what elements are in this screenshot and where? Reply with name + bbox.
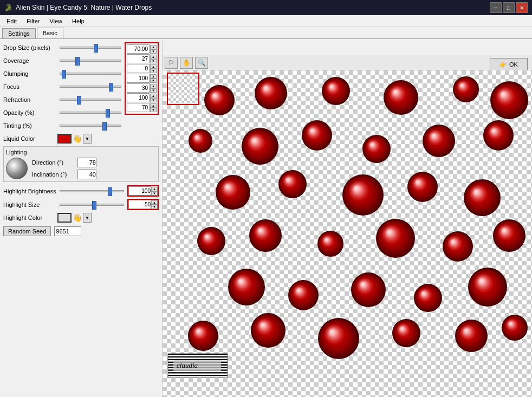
close-button[interactable]: ✕ bbox=[516, 2, 528, 13]
highlight-size-label: Highlight Size bbox=[3, 201, 57, 208]
refraction-row: Refraction bbox=[3, 94, 124, 105]
menu-edit[interactable]: Edit bbox=[2, 17, 21, 25]
tab-bar: Settings Basic bbox=[0, 27, 532, 39]
menu-bar: Edit Filter View Help bbox=[0, 15, 532, 27]
inclination-row: Inclination (°) 40 bbox=[32, 170, 96, 179]
opacity-slider-thumb[interactable] bbox=[106, 109, 110, 118]
opacity-input[interactable]: 100 bbox=[127, 93, 150, 102]
highlight-size-slider-track[interactable] bbox=[60, 204, 124, 206]
ok-hand-icon: 👉 bbox=[499, 61, 507, 68]
highlight-color-dropdown[interactable]: ▼ bbox=[83, 213, 92, 223]
preview-reset-tool[interactable]: ⚐ bbox=[165, 57, 178, 69]
focus-slider-track[interactable] bbox=[60, 86, 121, 88]
highlight-color-row: Highlight Color 👋 ▼ bbox=[3, 212, 159, 223]
drop-size-input[interactable]: 70.00 bbox=[127, 44, 150, 54]
clumping-label: Clumping bbox=[3, 70, 57, 77]
direction-input[interactable]: 78 bbox=[77, 158, 96, 167]
highlight-size-up[interactable]: ▲ bbox=[151, 200, 158, 205]
liquid-color-hand-icon[interactable]: 👋 bbox=[73, 134, 82, 143]
highlight-brightness-row: Highlight Brightness 100 ▲ ▼ bbox=[3, 185, 159, 197]
refraction-label: Refraction bbox=[3, 96, 57, 103]
menu-help[interactable]: Help bbox=[68, 17, 89, 25]
tinting-input[interactable]: 70 bbox=[127, 103, 150, 112]
coverage-input[interactable]: 27 bbox=[127, 54, 150, 63]
clumping-up[interactable]: ▲ bbox=[150, 64, 157, 69]
highlight-brightness-thumb[interactable] bbox=[108, 187, 112, 196]
coverage-down[interactable]: ▼ bbox=[150, 59, 157, 63]
lighting-fields: Direction (°) 78 Inclination (°) 40 bbox=[32, 158, 96, 179]
drop-size-down[interactable]: ▼ bbox=[150, 49, 157, 54]
liquid-color-dropdown[interactable]: ▼ bbox=[83, 134, 92, 144]
focus-up[interactable]: ▲ bbox=[150, 74, 157, 79]
direction-label: Direction (°) bbox=[32, 159, 75, 166]
tab-basic[interactable]: Basic bbox=[37, 28, 63, 38]
opacity-row: Opacity (%) bbox=[3, 107, 124, 118]
highlight-brightness-input[interactable]: 100 bbox=[128, 186, 151, 196]
clumping-slider-thumb[interactable] bbox=[62, 70, 66, 79]
minimize-button[interactable]: ─ bbox=[490, 2, 502, 13]
clumping-row: Clumping bbox=[3, 68, 124, 79]
highlight-brightness-label: Highlight Brightness bbox=[3, 188, 57, 194]
opacity-label: Opacity (%) bbox=[3, 109, 57, 116]
tinting-slider-track[interactable] bbox=[60, 125, 121, 127]
refraction-slider-track[interactable] bbox=[60, 99, 121, 101]
random-seed-button[interactable]: Random Seed bbox=[3, 226, 51, 236]
refraction-input[interactable]: 30 bbox=[127, 83, 150, 93]
focus-input[interactable]: 100 bbox=[127, 74, 150, 83]
clumping-slider-track[interactable] bbox=[60, 73, 121, 75]
app-icon: 🐊 bbox=[4, 4, 12, 11]
refraction-slider-thumb[interactable] bbox=[77, 96, 81, 105]
random-seed-input[interactable]: 9651 bbox=[54, 226, 81, 236]
opacity-slider-track[interactable] bbox=[60, 112, 121, 114]
highlight-size-input[interactable]: 50 bbox=[128, 200, 151, 209]
opacity-spinbox: 100 ▲ ▼ bbox=[127, 93, 157, 102]
highlight-size-down[interactable]: ▼ bbox=[151, 205, 158, 209]
refraction-up[interactable]: ▲ bbox=[150, 84, 157, 88]
focus-down[interactable]: ▼ bbox=[150, 79, 157, 83]
clumping-input[interactable]: 0 bbox=[127, 64, 150, 73]
preview-zoom-tool[interactable]: 🔍 bbox=[195, 57, 208, 69]
preview-area bbox=[163, 70, 532, 397]
random-seed-row: Random Seed 9651 bbox=[3, 226, 159, 236]
liquid-color-swatch[interactable] bbox=[57, 134, 72, 144]
menu-view[interactable]: View bbox=[45, 17, 67, 25]
coverage-slider-track[interactable] bbox=[60, 60, 121, 62]
lighting-label: Lighting bbox=[6, 149, 156, 155]
liquid-color-label: Liquid Color bbox=[3, 135, 57, 142]
maximize-button[interactable]: □ bbox=[503, 2, 515, 13]
drop-size-up[interactable]: ▲ bbox=[150, 45, 157, 49]
highlight-brightness-up[interactable]: ▲ bbox=[151, 187, 158, 191]
controls-container: Drop Size (pixels) Coverage Clumping bbox=[3, 42, 159, 131]
inclination-label: Inclination (°) bbox=[32, 171, 75, 178]
coverage-up[interactable]: ▲ bbox=[150, 55, 157, 59]
title-bar: 🐊 Alien Skin | Eye Candy 5: Nature | Wat… bbox=[0, 0, 532, 15]
highlight-brightness-slider-track[interactable] bbox=[60, 190, 124, 192]
clumping-down[interactable]: ▼ bbox=[150, 69, 157, 73]
highlight-color-swatch[interactable] bbox=[57, 213, 72, 223]
preview-hand-tool[interactable]: ✋ bbox=[180, 57, 193, 69]
highlight-color-hand-icon[interactable]: 👋 bbox=[73, 213, 82, 222]
focus-slider-thumb[interactable] bbox=[109, 83, 113, 92]
coverage-spinbox: 27 ▲ ▼ bbox=[127, 54, 157, 63]
drop-size-slider-track[interactable] bbox=[60, 47, 121, 49]
menu-filter[interactable]: Filter bbox=[22, 17, 44, 25]
preview-toolbar: ⚐ ✋ 🔍 bbox=[163, 55, 532, 70]
coverage-slider-thumb[interactable] bbox=[75, 57, 80, 66]
highlight-size-thumb[interactable] bbox=[92, 201, 96, 210]
opacity-down[interactable]: ▼ bbox=[150, 98, 157, 102]
tinting-up[interactable]: ▲ bbox=[150, 103, 157, 108]
preview-canvas bbox=[163, 70, 532, 397]
ok-button[interactable]: 👉 OK bbox=[490, 58, 528, 71]
inclination-input[interactable]: 40 bbox=[77, 170, 96, 179]
tinting-spinbox: 70 ▲ ▼ bbox=[127, 103, 157, 112]
drop-size-spinbox: 70.00 ▲ ▼ bbox=[127, 44, 157, 54]
left-panel: Drop Size (pixels) Coverage Clumping bbox=[0, 39, 163, 397]
tab-settings[interactable]: Settings bbox=[2, 28, 36, 38]
opacity-up[interactable]: ▲ bbox=[150, 94, 157, 98]
coverage-row: Coverage bbox=[3, 55, 124, 66]
refraction-down[interactable]: ▼ bbox=[150, 88, 157, 93]
tinting-down[interactable]: ▼ bbox=[150, 108, 157, 112]
drop-size-slider-thumb[interactable] bbox=[94, 44, 98, 53]
highlight-brightness-down[interactable]: ▼ bbox=[151, 191, 158, 196]
tinting-slider-thumb[interactable] bbox=[102, 122, 107, 131]
